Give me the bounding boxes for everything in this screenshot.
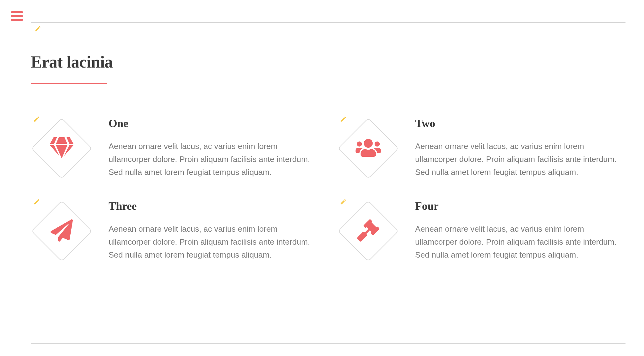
- feature-body: Four Aenean ornare velit lacus, ac variu…: [415, 198, 625, 261]
- svg-rect-0: [11, 11, 23, 13]
- feature-description: Aenean ornare velit lacus, ac varius eni…: [415, 140, 625, 179]
- feature-title: Three: [109, 200, 319, 213]
- page-title: Erat lacinia: [31, 52, 625, 72]
- feature-icon-wrap: [31, 200, 93, 262]
- feature-description: Aenean ornare velit lacus, ac varius eni…: [109, 140, 319, 179]
- features-grid: One Aenean ornare velit lacus, ac varius…: [31, 115, 625, 262]
- hamburger-menu-button[interactable]: [11, 11, 23, 21]
- paper-plane-icon: [51, 219, 73, 243]
- feature-item: Two Aenean ornare velit lacus, ac varius…: [337, 115, 625, 179]
- feature-item: Three Aenean ornare velit lacus, ac vari…: [31, 198, 319, 262]
- feature-title: One: [109, 117, 319, 130]
- feature-description: Aenean ornare velit lacus, ac varius eni…: [415, 222, 625, 261]
- feature-title: Four: [415, 200, 625, 213]
- svg-rect-2: [11, 19, 23, 21]
- feature-icon-wrap: [337, 118, 399, 179]
- title-underline: [31, 83, 107, 84]
- bottom-divider: [31, 343, 625, 344]
- hamburger-icon: [11, 11, 23, 21]
- top-divider: [31, 22, 625, 23]
- feature-icon-wrap: [31, 118, 93, 179]
- feature-item: Four Aenean ornare velit lacus, ac variu…: [337, 198, 625, 262]
- gavel-icon: [357, 219, 379, 243]
- feature-description: Aenean ornare velit lacus, ac varius eni…: [109, 222, 319, 261]
- feature-item: One Aenean ornare velit lacus, ac varius…: [31, 115, 319, 179]
- feature-title: Two: [415, 117, 625, 130]
- edit-section-button[interactable]: [35, 25, 41, 32]
- pencil-icon: [35, 25, 41, 32]
- feature-body: One Aenean ornare velit lacus, ac varius…: [109, 115, 319, 179]
- main-content: Erat lacinia One Aenean ornare velit lac: [31, 52, 625, 262]
- svg-rect-1: [11, 15, 23, 17]
- feature-icon-wrap: [337, 200, 399, 262]
- feature-body: Three Aenean ornare velit lacus, ac vari…: [109, 198, 319, 261]
- gem-icon: [50, 137, 74, 159]
- users-icon: [355, 138, 381, 159]
- feature-body: Two Aenean ornare velit lacus, ac varius…: [415, 115, 625, 179]
